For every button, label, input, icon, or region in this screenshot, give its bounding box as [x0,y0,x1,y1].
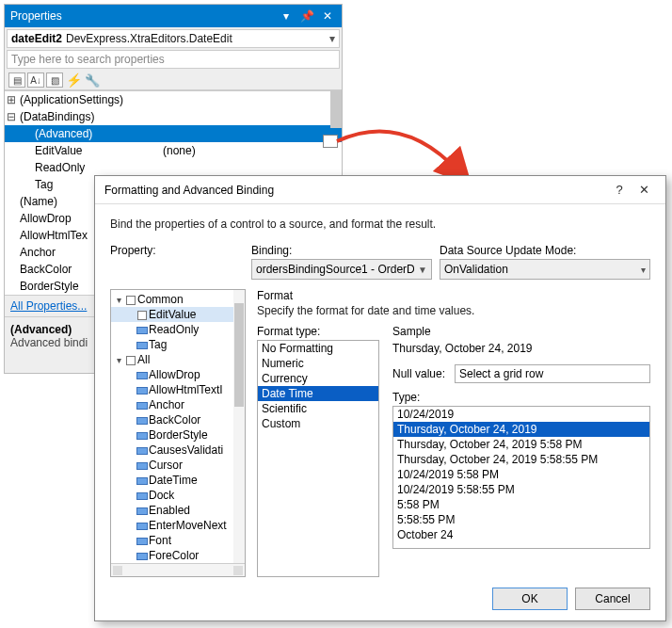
format-type-item[interactable]: No Formatting [258,341,378,356]
tree-item-label: CausesValidati [149,443,223,457]
property-label: Property: [110,244,251,257]
property-icon [136,550,147,561]
dsupdate-value: OnValidation [444,263,637,276]
expand-icon[interactable]: ▾ [113,295,124,305]
tree-item[interactable]: Dock [111,488,245,503]
pin-icon[interactable]: 📌 [298,8,315,24]
tree-item-label: All [137,353,150,366]
tree-item[interactable]: Enabled [111,503,245,518]
tree-item[interactable]: EnterMoveNext [111,518,245,533]
property-icon [136,505,147,516]
tree-item[interactable]: AllowDrop [111,367,245,382]
property-icon [136,384,147,395]
type-item[interactable]: October 24 [393,527,649,542]
property-row[interactable]: ⊟(DataBindings) [5,108,342,125]
dsupdate-combo[interactable]: OnValidation ▾ [440,259,650,280]
tree-item[interactable]: BackColor [111,412,245,427]
tree-item-label: Anchor [149,398,184,411]
format-type-item[interactable]: Custom [258,416,378,431]
type-item[interactable]: 5:58:55 PM [393,512,649,527]
binding-value: ordersBindingSource1 - OrderDat [256,263,414,276]
property-icon [136,535,147,546]
tree-item[interactable]: Font [111,533,245,548]
property-name: (ApplicationSettings) [18,93,159,106]
scrollbar-thumb[interactable] [330,90,342,128]
property-row[interactable]: (Advanced)…↖ [5,125,342,142]
type-label: Type: [392,391,650,404]
null-value-label: Null value: [392,367,445,380]
property-name: ReadOnly [18,161,159,174]
object-selector[interactable]: dateEdit2 DevExpress.XtraEditors.DateEdi… [7,29,340,48]
tree-hscroll[interactable] [111,563,245,576]
type-item[interactable]: Thursday, October 24, 2019 [393,422,649,437]
scrollbar-thumb[interactable] [234,303,244,407]
ok-button[interactable]: OK [492,588,568,610]
panel-title: Properties [10,9,62,23]
format-type-list[interactable]: No FormattingNumericCurrencyDate TimeSci… [257,340,379,577]
events-icon[interactable]: ⚡ [65,72,82,88]
format-type-label: Format type: [257,325,379,338]
chevron-down-icon: ▾ [329,32,335,45]
pages-icon[interactable]: ▧ [46,72,63,88]
dsupdate-label: Data Source Update Mode: [440,244,650,257]
tree-item[interactable]: Tag [111,337,245,352]
tree-item[interactable]: CausesValidati [111,443,245,458]
type-item[interactable]: Thursday, October 24, 2019 5:58:55 PM [393,452,649,467]
tree-item[interactable]: DateTime [111,473,245,488]
tree-item[interactable]: Cursor [111,458,245,473]
alphabetical-icon[interactable]: A↓ [27,72,44,88]
chevron-down-icon: ▾ [641,265,646,275]
binding-combo[interactable]: ordersBindingSource1 - OrderDat ▼ [251,259,432,280]
dialog-close-icon[interactable]: ✕ [632,183,656,197]
type-item[interactable]: 10/24/2019 5:58 PM [393,467,649,482]
object-type: DevExpress.XtraEditors.DateEdit [66,32,232,45]
help-icon[interactable]: ? [607,183,632,197]
format-heading: Format [257,289,650,302]
type-item[interactable]: 5:58 PM [393,497,649,512]
format-type-item[interactable]: Currency [258,371,378,386]
tree-item-label: AllowHtmlTextI [149,383,223,396]
close-icon[interactable]: ✕ [319,8,336,24]
tree-item[interactable]: ReadOnly [111,322,245,337]
expand-icon[interactable]: ⊟ [5,110,18,123]
property-row[interactable]: ⊞(ApplicationSettings) [5,91,342,108]
expand-icon[interactable]: ▾ [113,355,124,365]
type-list[interactable]: 10/24/2019Thursday, October 24, 2019Thur… [392,406,650,549]
tree-item[interactable]: AllowHtmlTextI [111,382,245,397]
type-item[interactable]: Thursday, October 24, 2019 5:58 PM [393,437,649,452]
property-icon [136,475,147,486]
tree-item[interactable]: Anchor [111,397,245,412]
tree-item-label: AllowDrop [149,368,200,381]
property-name: EditValue [18,144,159,157]
tree-vscroll[interactable] [233,290,245,563]
property-icon [136,339,147,350]
wrench-icon[interactable]: 🔧 [84,72,101,88]
tree-item[interactable]: ▾All [111,352,245,367]
format-type-item[interactable]: Scientific [258,401,378,416]
triangle-icon[interactable]: ▾ [278,8,295,24]
type-item[interactable]: 10/24/2019 5:58:55 PM [393,482,649,497]
tree-item-label: Tag [149,338,167,351]
property-name: (DataBindings) [18,110,159,123]
tree-item[interactable]: ▾Common [111,292,245,307]
property-row[interactable]: EditValue(none) [5,142,342,159]
database-icon [124,354,136,365]
cancel-button[interactable]: Cancel [575,588,650,610]
expand-icon[interactable]: ⊞ [5,93,18,106]
format-type-item[interactable]: Date Time [258,386,378,401]
dialog-footer: OK Cancel [95,577,665,620]
tree-item[interactable]: ForeColor [111,548,245,563]
tree-item[interactable]: BorderStyle [111,427,245,443]
type-item[interactable]: 10/24/2019 [393,407,649,422]
search-input[interactable]: Type here to search properties [7,50,340,69]
tree-item-label: DateTime [149,474,198,487]
format-type-item[interactable]: Numeric [258,356,378,371]
null-value-input[interactable]: Select a grid row [455,364,650,383]
property-icon [136,429,147,441]
property-row[interactable]: ReadOnly [5,159,342,176]
tree-item[interactable]: EditValue [111,307,245,322]
database-icon [136,309,147,320]
categorized-icon[interactable]: ▤ [8,72,25,88]
property-name: (Advanced) [18,127,159,140]
format-area: Format Specify the format for date and t… [246,289,650,577]
